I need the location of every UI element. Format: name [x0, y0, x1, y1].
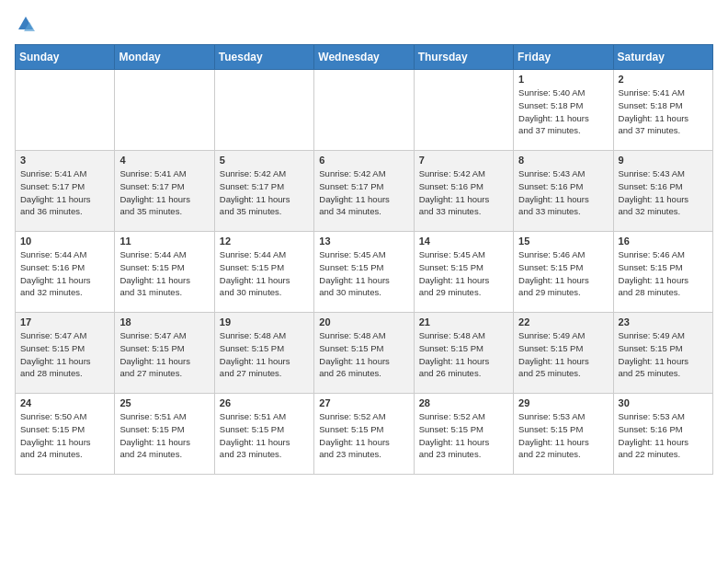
day-number: 13 [319, 236, 408, 247]
calendar-cell: 15Sunrise: 5:46 AM Sunset: 5:15 PM Dayli… [514, 232, 613, 313]
day-number: 6 [319, 155, 408, 166]
day-info: Sunrise: 5:45 AM Sunset: 5:15 PM Dayligh… [419, 248, 508, 299]
day-number: 22 [518, 316, 608, 327]
day-info: Sunrise: 5:52 AM Sunset: 5:15 PM Dayligh… [419, 410, 508, 461]
calendar-cell: 11Sunrise: 5:44 AM Sunset: 5:15 PM Dayli… [115, 232, 214, 313]
weekday-header-saturday: Saturday [613, 45, 712, 70]
calendar-cell: 9Sunrise: 5:43 AM Sunset: 5:16 PM Daylig… [613, 151, 712, 232]
calendar-cell: 10Sunrise: 5:44 AM Sunset: 5:16 PM Dayli… [16, 232, 115, 313]
calendar-cell: 23Sunrise: 5:49 AM Sunset: 5:15 PM Dayli… [613, 313, 712, 394]
day-info: Sunrise: 5:45 AM Sunset: 5:15 PM Dayligh… [319, 248, 408, 299]
day-info: Sunrise: 5:46 AM Sunset: 5:15 PM Dayligh… [518, 248, 608, 299]
week-row-2: 3Sunrise: 5:41 AM Sunset: 5:17 PM Daylig… [16, 151, 713, 232]
header [15, 15, 713, 33]
calendar-cell: 28Sunrise: 5:52 AM Sunset: 5:15 PM Dayli… [414, 394, 513, 475]
calendar-cell: 3Sunrise: 5:41 AM Sunset: 5:17 PM Daylig… [16, 151, 115, 232]
calendar-cell: 6Sunrise: 5:42 AM Sunset: 5:17 PM Daylig… [314, 151, 414, 232]
day-info: Sunrise: 5:44 AM Sunset: 5:15 PM Dayligh… [220, 248, 309, 299]
calendar: SundayMondayTuesdayWednesdayThursdayFrid… [15, 44, 713, 475]
calendar-cell: 1Sunrise: 5:40 AM Sunset: 5:18 PM Daylig… [514, 70, 613, 151]
day-number: 19 [220, 316, 309, 327]
week-row-3: 10Sunrise: 5:44 AM Sunset: 5:16 PM Dayli… [16, 232, 713, 313]
calendar-cell: 8Sunrise: 5:43 AM Sunset: 5:16 PM Daylig… [514, 151, 613, 232]
day-info: Sunrise: 5:44 AM Sunset: 5:16 PM Dayligh… [20, 248, 109, 299]
day-number: 1 [518, 74, 608, 85]
day-info: Sunrise: 5:53 AM Sunset: 5:16 PM Dayligh… [619, 410, 708, 461]
day-number: 7 [419, 155, 508, 166]
day-number: 3 [20, 155, 109, 166]
day-info: Sunrise: 5:42 AM Sunset: 5:17 PM Dayligh… [220, 167, 309, 218]
day-number: 25 [119, 397, 209, 408]
weekday-header-sunday: Sunday [16, 45, 115, 70]
day-number: 8 [518, 155, 608, 166]
weekday-header-wednesday: Wednesday [314, 45, 414, 70]
day-number: 26 [220, 397, 309, 408]
weekday-header-friday: Friday [514, 45, 613, 70]
calendar-cell: 13Sunrise: 5:45 AM Sunset: 5:15 PM Dayli… [314, 232, 414, 313]
day-number: 16 [619, 236, 708, 247]
calendar-cell [414, 70, 513, 151]
calendar-cell: 18Sunrise: 5:47 AM Sunset: 5:15 PM Dayli… [115, 313, 214, 394]
calendar-cell: 4Sunrise: 5:41 AM Sunset: 5:17 PM Daylig… [115, 151, 214, 232]
logo [15, 15, 35, 33]
day-number: 2 [619, 74, 708, 85]
logo-icon [17, 15, 35, 33]
day-number: 4 [119, 155, 209, 166]
weekday-header-tuesday: Tuesday [214, 45, 313, 70]
day-info: Sunrise: 5:51 AM Sunset: 5:15 PM Dayligh… [220, 410, 309, 461]
day-number: 21 [419, 316, 508, 327]
calendar-cell [16, 70, 115, 151]
day-number: 27 [319, 397, 408, 408]
calendar-cell: 20Sunrise: 5:48 AM Sunset: 5:15 PM Dayli… [314, 313, 414, 394]
day-number: 29 [518, 397, 608, 408]
calendar-cell: 2Sunrise: 5:41 AM Sunset: 5:18 PM Daylig… [613, 70, 712, 151]
day-info: Sunrise: 5:47 AM Sunset: 5:15 PM Dayligh… [119, 329, 209, 380]
page: SundayMondayTuesdayWednesdayThursdayFrid… [0, 0, 728, 489]
day-number: 15 [518, 236, 608, 247]
calendar-cell: 19Sunrise: 5:48 AM Sunset: 5:15 PM Dayli… [214, 313, 313, 394]
day-number: 10 [20, 236, 109, 247]
day-number: 24 [20, 397, 109, 408]
day-info: Sunrise: 5:44 AM Sunset: 5:15 PM Dayligh… [119, 248, 209, 299]
day-number: 18 [119, 316, 209, 327]
day-number: 23 [619, 316, 708, 327]
day-info: Sunrise: 5:46 AM Sunset: 5:15 PM Dayligh… [619, 248, 708, 299]
calendar-cell: 29Sunrise: 5:53 AM Sunset: 5:15 PM Dayli… [514, 394, 613, 475]
day-info: Sunrise: 5:41 AM Sunset: 5:17 PM Dayligh… [20, 167, 109, 218]
calendar-cell: 5Sunrise: 5:42 AM Sunset: 5:17 PM Daylig… [214, 151, 313, 232]
day-info: Sunrise: 5:50 AM Sunset: 5:15 PM Dayligh… [20, 410, 109, 461]
day-info: Sunrise: 5:52 AM Sunset: 5:15 PM Dayligh… [319, 410, 408, 461]
day-number: 11 [119, 236, 209, 247]
calendar-cell [214, 70, 313, 151]
day-info: Sunrise: 5:42 AM Sunset: 5:16 PM Dayligh… [419, 167, 508, 218]
week-row-4: 17Sunrise: 5:47 AM Sunset: 5:15 PM Dayli… [16, 313, 713, 394]
weekday-header-thursday: Thursday [414, 45, 513, 70]
calendar-cell: 16Sunrise: 5:46 AM Sunset: 5:15 PM Dayli… [613, 232, 712, 313]
calendar-cell: 27Sunrise: 5:52 AM Sunset: 5:15 PM Dayli… [314, 394, 414, 475]
day-info: Sunrise: 5:43 AM Sunset: 5:16 PM Dayligh… [619, 167, 708, 218]
day-info: Sunrise: 5:48 AM Sunset: 5:15 PM Dayligh… [220, 329, 309, 380]
week-row-5: 24Sunrise: 5:50 AM Sunset: 5:15 PM Dayli… [16, 394, 713, 475]
day-number: 5 [220, 155, 309, 166]
calendar-cell: 25Sunrise: 5:51 AM Sunset: 5:15 PM Dayli… [115, 394, 214, 475]
calendar-cell: 14Sunrise: 5:45 AM Sunset: 5:15 PM Dayli… [414, 232, 513, 313]
weekday-header-monday: Monday [115, 45, 214, 70]
calendar-cell: 24Sunrise: 5:50 AM Sunset: 5:15 PM Dayli… [16, 394, 115, 475]
calendar-cell [115, 70, 214, 151]
day-number: 14 [419, 236, 508, 247]
day-number: 17 [20, 316, 109, 327]
week-row-1: 1Sunrise: 5:40 AM Sunset: 5:18 PM Daylig… [16, 70, 713, 151]
day-info: Sunrise: 5:40 AM Sunset: 5:18 PM Dayligh… [518, 86, 608, 137]
day-info: Sunrise: 5:48 AM Sunset: 5:15 PM Dayligh… [419, 329, 508, 380]
calendar-cell: 26Sunrise: 5:51 AM Sunset: 5:15 PM Dayli… [214, 394, 313, 475]
day-number: 12 [220, 236, 309, 247]
day-info: Sunrise: 5:41 AM Sunset: 5:18 PM Dayligh… [619, 86, 708, 137]
calendar-cell: 7Sunrise: 5:42 AM Sunset: 5:16 PM Daylig… [414, 151, 513, 232]
day-number: 30 [619, 397, 708, 408]
day-info: Sunrise: 5:41 AM Sunset: 5:17 PM Dayligh… [119, 167, 209, 218]
calendar-cell: 30Sunrise: 5:53 AM Sunset: 5:16 PM Dayli… [613, 394, 712, 475]
calendar-cell: 12Sunrise: 5:44 AM Sunset: 5:15 PM Dayli… [214, 232, 313, 313]
day-number: 28 [419, 397, 508, 408]
calendar-cell: 17Sunrise: 5:47 AM Sunset: 5:15 PM Dayli… [16, 313, 115, 394]
weekday-header-row: SundayMondayTuesdayWednesdayThursdayFrid… [16, 45, 713, 70]
